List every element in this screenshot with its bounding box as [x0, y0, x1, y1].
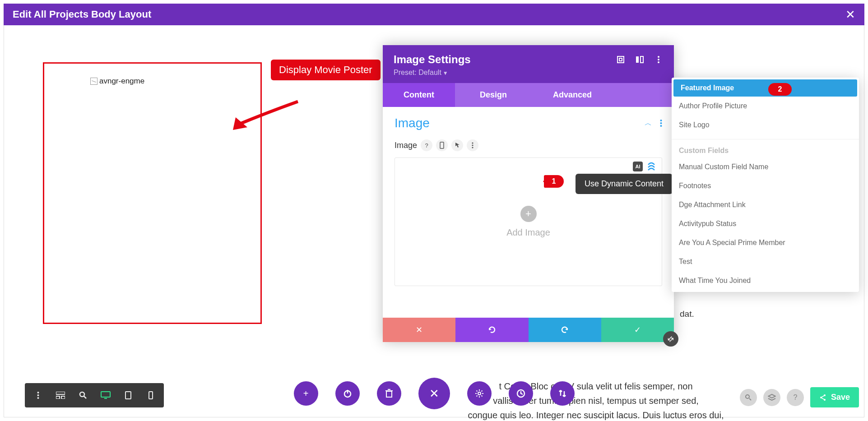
preset-label: Preset: Default: [394, 69, 441, 76]
swap-icon[interactable]: [550, 381, 575, 406]
svg-rect-24: [125, 392, 131, 399]
tablet-view-icon[interactable]: [118, 387, 139, 404]
svg-point-15: [37, 394, 39, 396]
page-action-bar: + ✕: [294, 378, 575, 409]
svg-point-13: [472, 147, 473, 148]
svg-line-39: [481, 391, 482, 392]
svg-point-12: [472, 144, 473, 146]
close-editor-button[interactable]: ✕: [418, 378, 450, 409]
svg-marker-43: [768, 394, 775, 398]
svg-rect-18: [56, 396, 60, 399]
preset-selector[interactable]: Preset: Default▼: [394, 69, 663, 77]
find-icon[interactable]: [740, 389, 757, 406]
svg-rect-25: [149, 392, 153, 399]
svg-line-47: [822, 396, 824, 397]
dd-footnotes[interactable]: Footnotes: [672, 176, 859, 195]
more-vertical-icon[interactable]: [654, 55, 663, 64]
chevron-up-icon[interactable]: ︿: [645, 119, 652, 128]
tab-advanced[interactable]: Advanced: [532, 83, 613, 107]
svg-point-4: [658, 56, 659, 58]
power-icon[interactable]: [335, 381, 360, 406]
annotation-badge-2: 2: [768, 83, 792, 96]
dd-dge-attachment-link[interactable]: Dge Attachment Link: [672, 195, 859, 214]
save-label: Save: [831, 393, 850, 402]
undo-button[interactable]: [455, 318, 528, 342]
bg-text-line3: congue quis leo. Integer nec suscipit la…: [468, 410, 724, 420]
dynamic-content-dropdown: Featured Image Author Profile Picture Si…: [672, 78, 859, 292]
panel-header: Image Settings Preset: Default▼: [383, 45, 674, 83]
broken-image-icon: [90, 78, 97, 85]
svg-line-21: [84, 396, 86, 398]
svg-rect-3: [641, 56, 643, 63]
svg-rect-23: [104, 398, 107, 399]
add-module-button[interactable]: +: [294, 381, 318, 406]
svg-point-7: [660, 120, 662, 121]
image-field-row: Image ?: [383, 135, 674, 151]
save-button[interactable]: Save: [810, 387, 859, 407]
dynamic-content-icon[interactable]: [646, 162, 656, 171]
svg-rect-1: [619, 58, 622, 61]
zoom-icon[interactable]: [73, 387, 93, 404]
annotation-arrow: [230, 99, 302, 135]
panel-footer: ✕ ✓: [383, 318, 674, 342]
svg-rect-17: [56, 392, 65, 394]
help-circle-icon[interactable]: ?: [787, 389, 804, 406]
field-more-icon[interactable]: [467, 139, 478, 151]
dd-what-time-joined[interactable]: What Time You Joined: [672, 271, 859, 290]
add-image-plus-icon[interactable]: +: [520, 206, 537, 222]
svg-rect-19: [61, 396, 65, 399]
ai-icon[interactable]: AI: [633, 162, 643, 171]
svg-point-41: [746, 395, 749, 398]
snap-columns-icon[interactable]: [635, 55, 644, 64]
add-image-label: Add Image: [506, 227, 550, 238]
tab-design[interactable]: Design: [455, 83, 532, 107]
tab-content[interactable]: Content: [383, 83, 455, 107]
svg-point-11: [472, 142, 473, 143]
svg-point-8: [660, 122, 662, 124]
svg-point-14: [37, 392, 39, 393]
trash-icon[interactable]: [377, 381, 401, 406]
section-image[interactable]: Image ︿: [383, 107, 674, 135]
wireframe-view-icon[interactable]: [50, 387, 71, 404]
panel-title: Image Settings: [394, 53, 471, 66]
bg-text-fragment-dat: dat.: [680, 309, 694, 319]
broken-image-placeholder: avngr-engme: [90, 77, 144, 86]
expand-icon[interactable]: [616, 55, 625, 64]
hover-icon[interactable]: [451, 139, 463, 151]
dd-site-logo[interactable]: Site Logo: [672, 116, 859, 134]
dd-author-profile-picture[interactable]: Author Profile Picture: [672, 97, 859, 116]
phone-icon[interactable]: [436, 139, 448, 151]
svg-line-48: [822, 398, 824, 399]
svg-line-38: [476, 396, 477, 397]
caret-down-icon: ▼: [443, 70, 448, 76]
desktop-view-icon[interactable]: [95, 387, 116, 404]
annotation-badge-1: 1: [544, 175, 564, 188]
svg-point-6: [658, 61, 659, 63]
image-module-outline[interactable]: [43, 62, 262, 324]
broken-image-alt: avngr-engme: [99, 77, 144, 86]
annotation-callout: Display Movie Poster: [271, 60, 381, 80]
svg-point-5: [658, 59, 659, 60]
cancel-button[interactable]: ✕: [383, 318, 455, 342]
toolbar-more-icon[interactable]: [28, 387, 48, 404]
svg-point-16: [37, 397, 39, 399]
svg-rect-22: [101, 392, 110, 397]
dd-manual-custom-field[interactable]: Manual Custom Field Name: [672, 157, 859, 176]
svg-point-20: [80, 392, 84, 397]
dd-test[interactable]: Test: [672, 252, 859, 271]
phone-view-icon[interactable]: [140, 387, 161, 404]
close-icon[interactable]: ✕: [845, 8, 855, 22]
dd-special-prime-member[interactable]: Are You A Special Prime Member: [672, 233, 859, 252]
history-icon[interactable]: [509, 381, 533, 406]
svg-line-42: [749, 398, 751, 400]
svg-point-9: [660, 125, 662, 127]
gear-icon[interactable]: [467, 381, 492, 406]
help-icon[interactable]: ?: [421, 139, 432, 151]
section-more-icon[interactable]: [660, 119, 662, 127]
layers-icon[interactable]: [763, 389, 780, 406]
svg-point-31: [478, 392, 481, 395]
dd-featured-image[interactable]: Featured Image: [673, 79, 857, 97]
dynamic-content-tooltip: Use Dynamic Content: [576, 174, 673, 194]
redo-button[interactable]: [529, 318, 601, 342]
dd-activitypub-status[interactable]: Activitypub Status: [672, 214, 859, 233]
